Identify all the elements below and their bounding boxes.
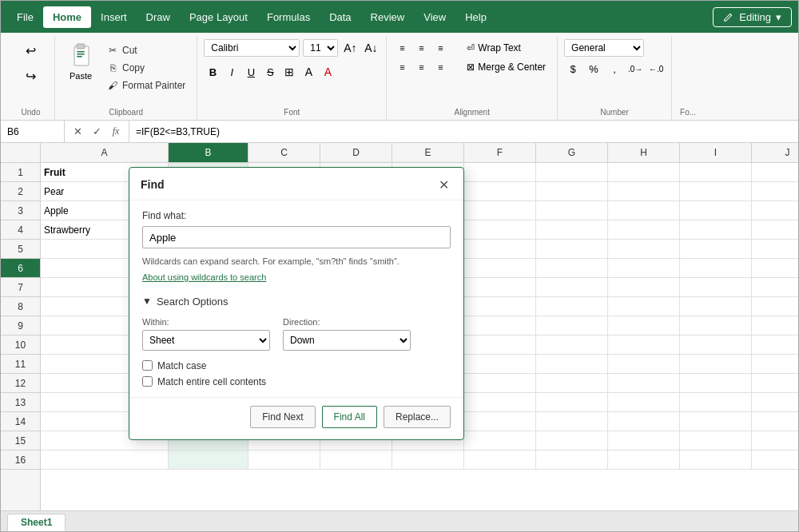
italic-button[interactable]: I [223, 63, 240, 81]
row-num-3[interactable]: 3 [1, 201, 40, 220]
cell-H15[interactable] [608, 431, 680, 451]
cell-reference-box[interactable]: B6 [1, 121, 65, 142]
cell-F2[interactable] [464, 182, 536, 201]
match-entire-checkbox[interactable]: Match entire cell contents [142, 376, 451, 387]
underline-button[interactable]: U [242, 63, 260, 81]
cell-I13[interactable] [680, 393, 752, 412]
cell-J1[interactable] [752, 163, 798, 182]
paste-button[interactable]: Paste [62, 39, 100, 84]
cell-F14[interactable] [464, 412, 536, 431]
cell-J7[interactable] [752, 278, 798, 297]
cell-I10[interactable] [680, 335, 752, 355]
percent-button[interactable]: % [585, 60, 602, 77]
within-select[interactable]: Sheet Workbook [142, 330, 270, 351]
match-case-input[interactable] [142, 360, 153, 371]
row-num-7[interactable]: 7 [1, 278, 40, 297]
col-header-a[interactable]: A [41, 143, 169, 162]
wrap-text-button[interactable]: ⏎ Wrap Text [462, 39, 551, 57]
find-next-button[interactable]: Find Next [250, 406, 315, 428]
cell-H1[interactable] [608, 163, 680, 182]
cell-J11[interactable] [752, 355, 798, 374]
row-num-12[interactable]: 12 [1, 374, 40, 393]
insert-function-icon[interactable]: fx [108, 124, 124, 140]
menu-insert[interactable]: Insert [91, 6, 137, 28]
cell-H10[interactable] [608, 335, 680, 355]
cell-I16[interactable] [680, 451, 752, 470]
cell-I4[interactable] [680, 220, 752, 240]
row-num-9[interactable]: 9 [1, 316, 40, 335]
cell-J13[interactable] [752, 393, 798, 412]
cell-G6[interactable] [536, 259, 608, 278]
direction-select[interactable]: Down Up [283, 330, 411, 351]
cell-G4[interactable] [536, 220, 608, 240]
menu-home[interactable]: Home [43, 6, 91, 28]
align-top-left[interactable]: ≡ [393, 39, 411, 57]
cell-J10[interactable] [752, 335, 798, 355]
cell-H3[interactable] [608, 201, 680, 220]
search-options-toggle[interactable]: ▼ Search Options [142, 296, 451, 308]
cell-H11[interactable] [608, 355, 680, 374]
cell-H5[interactable] [608, 240, 680, 259]
cell-J14[interactable] [752, 412, 798, 431]
align-top-center[interactable]: ≡ [412, 39, 430, 57]
editing-badge[interactable]: Editing ▾ [713, 7, 792, 27]
col-header-e[interactable]: E [392, 143, 464, 162]
cell-G1[interactable] [536, 163, 608, 182]
cut-button[interactable]: ✂ Cut [101, 42, 190, 58]
cell-G14[interactable] [536, 412, 608, 431]
menu-page-layout[interactable]: Page Layout [180, 6, 257, 28]
decrease-decimal[interactable]: ←.0 [647, 60, 665, 77]
cell-I6[interactable] [680, 259, 752, 278]
cell-I2[interactable] [680, 182, 752, 201]
cell-H4[interactable] [608, 220, 680, 240]
cell-F6[interactable] [464, 259, 536, 278]
cell-H16[interactable] [608, 451, 680, 470]
cell-I5[interactable] [680, 240, 752, 259]
font-family-select[interactable]: Calibri [204, 39, 300, 57]
cell-I11[interactable] [680, 355, 752, 374]
menu-help[interactable]: Help [455, 6, 496, 28]
cell-F16[interactable] [464, 451, 536, 470]
cell-F7[interactable] [464, 278, 536, 297]
increase-font-button[interactable]: A↑ [341, 39, 359, 57]
cell-G13[interactable] [536, 393, 608, 412]
cell-E16[interactable] [392, 451, 464, 470]
row-num-5[interactable]: 5 [1, 240, 40, 259]
find-what-input[interactable] [142, 226, 451, 248]
cell-F13[interactable] [464, 393, 536, 412]
cell-B16[interactable] [169, 451, 248, 470]
cell-I3[interactable] [680, 201, 752, 220]
col-header-d[interactable]: D [320, 143, 392, 162]
merge-center-button[interactable]: ⊠ Merge & Center [462, 58, 551, 76]
row-num-6[interactable]: 6 [1, 259, 40, 278]
col-header-h[interactable]: H [608, 143, 680, 162]
cell-F9[interactable] [464, 316, 536, 335]
cell-H9[interactable] [608, 316, 680, 335]
cell-G7[interactable] [536, 278, 608, 297]
strikethrough-button[interactable]: S [261, 63, 279, 81]
row-num-14[interactable]: 14 [1, 412, 40, 431]
align-top-right[interactable]: ≡ [431, 39, 449, 57]
cell-I12[interactable] [680, 374, 752, 393]
menu-formulas[interactable]: Formulas [257, 6, 320, 28]
border-button[interactable]: ⊞ [280, 63, 298, 81]
col-header-c[interactable]: C [248, 143, 320, 162]
cell-F1[interactable] [464, 163, 536, 182]
wildcard-link[interactable]: About using wildcards to search [142, 272, 266, 282]
row-num-4[interactable]: 4 [1, 220, 40, 240]
align-mid-left[interactable]: ≡ [393, 58, 411, 76]
cell-I8[interactable] [680, 297, 752, 316]
cell-J2[interactable] [752, 182, 798, 201]
row-num-8[interactable]: 8 [1, 297, 40, 316]
col-header-i[interactable]: I [680, 143, 752, 162]
cell-I9[interactable] [680, 316, 752, 335]
cell-I1[interactable] [680, 163, 752, 182]
cell-G5[interactable] [536, 240, 608, 259]
match-case-checkbox[interactable]: Match case [142, 360, 451, 371]
cell-I7[interactable] [680, 278, 752, 297]
cell-J16[interactable] [752, 451, 798, 470]
number-format-select[interactable]: General [564, 39, 644, 57]
cell-J12[interactable] [752, 374, 798, 393]
cell-G3[interactable] [536, 201, 608, 220]
cell-J6[interactable] [752, 259, 798, 278]
